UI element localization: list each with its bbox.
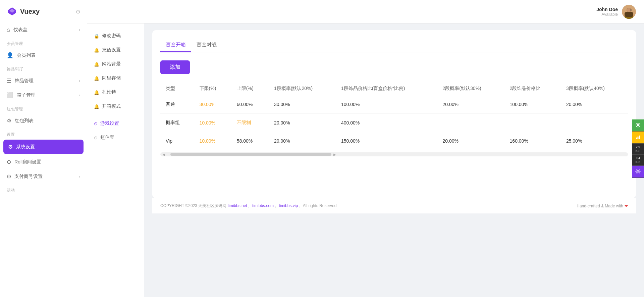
sub-label-ali: 阿里存储 [102,75,121,81]
bell-icon-5: 🔔 [94,104,99,109]
user-name: John Doe [596,7,618,12]
svg-rect-6 [625,12,633,17]
col-header-s1price: 1段饰品价格比(盲盒价格*比例) [336,82,437,95]
tab-blind-box-battle[interactable]: 盲盒对战 [191,38,222,52]
footer-link-2[interactable]: timibbs.com [252,203,274,208]
cell-1-stage2_price [504,114,561,132]
user-status: Available [596,12,618,17]
settings-gear-icon: ⚙ [8,144,13,150]
sidebar: Vuexy ⊙ ⌂ 仪表盘 › 会员管理 👤 会员列表 饰品/箱子 ☰ 饰品管理… [0,0,87,297]
lock-icon: 🔒 [94,34,99,39]
tabs-bar: 盲盒开箱 盲盒对战 [160,38,628,52]
sidebar-item-system-settings[interactable]: ⚙ 系统设置 [3,140,84,154]
circle-icon: ⊙ [7,159,11,165]
logo-area: Vuexy ⊙ [0,0,87,23]
list-icon: ☰ [7,78,11,84]
heart-icon: ❤ [625,204,628,208]
bell-icon-3: 🔔 [94,76,99,81]
sidebar-toggle-icon[interactable]: ⊙ [76,8,80,15]
data-table: 类型 下限(%) 上限(%) 1段概率(默认20%) 1段饰品价格比(盲盒价格*… [160,82,628,150]
tab-blind-box-open[interactable]: 盲盒开箱 [160,38,191,52]
col-header-s1p: 1段概率(默认20%) [269,82,336,95]
bell-icon-4: 🔔 [94,90,99,95]
sub-item-game-settings[interactable]: ⊙ 游戏设置 [87,116,144,131]
horizontal-scrollbar[interactable]: ◀ ▶ [160,152,628,156]
content-card: 盲盒开箱 盲盒对战 添加 类型 下限(%) [152,30,636,198]
cell-0-type: 普通 [160,95,194,114]
sidebar-item-member-list[interactable]: 👤 会员列表 [0,48,87,62]
sub-item-recharge[interactable]: 🔔 充值设置 [87,43,144,57]
cell-1-stage2_prob [437,114,504,132]
cell-1-stage3_prob [561,114,628,132]
svg-point-7 [630,9,632,11]
section-label-member: 会员管理 [0,37,87,48]
sub-item-change-password[interactable]: 🔒 修改密码 [87,29,144,43]
cell-1-type: 概率组 [160,114,194,132]
footer-right: Hand-crafted & Made with ❤ [577,204,628,208]
cell-0-upper_limit: 60.00% [231,95,269,114]
float-settings-button[interactable] [632,166,644,178]
sidebar-item-payment[interactable]: ⊙ 支付商号设置 › [0,169,87,184]
float-green-indicator[interactable] [632,119,644,131]
col-header-upper: 上限(%) [231,82,269,95]
brand-logo-icon [7,6,17,17]
chevron-right-icon-2: › [79,79,80,83]
section-label-settings: 设置 [0,128,87,139]
col-header-s3p: 3段概率(默认40%) [561,82,628,95]
add-button[interactable]: 添加 [160,60,190,74]
sidebar-item-roll[interactable]: ⊙ Roll房间设置 [0,155,87,169]
main-wrapper: John Doe Available 🔒 修改密码 [87,0,644,297]
sidebar-item-ornament[interactable]: ☰ 饰品管理 › [0,73,87,88]
svg-point-13 [637,171,639,172]
table-row: 概率组10.00%不限制20.00%400.00% [160,114,628,132]
sub-item-ali[interactable]: 🔔 阿里存储 [87,71,144,85]
sub-item-zhabi[interactable]: 🔔 扎比特 [87,85,144,99]
cell-2-type: Vip [160,132,194,150]
sidebar-label-box: 箱子管理 [17,92,75,98]
sidebar-item-box[interactable]: ⬜ 箱子管理 › [0,88,87,102]
circle-icon-2: ⊙ [94,121,98,126]
cell-0-stage2_price: 100.00% [504,95,561,114]
cell-1-upper_limit: 不限制 [231,114,269,132]
sidebar-item-redpacket[interactable]: ⚙ 红包列表 [0,113,87,128]
sidebar-label-dashboard: 仪表盘 [13,27,75,33]
user-info: John Doe Available [596,5,636,19]
section-label-ornament: 饰品/箱子 [0,62,87,73]
upload-speed: 2.9 K/S [632,143,644,154]
scroll-thumb[interactable] [170,153,331,156]
footer: COPYRIGHT ©2023 天美社区源码网 timibbs.net、 tim… [152,198,636,213]
box-icon: ⬜ [7,92,13,98]
sub-label-website-bg: 网站背景 [102,61,121,67]
float-gear-icon [635,169,641,174]
sub-item-website-bg[interactable]: 🔔 网站背景 [87,57,144,71]
sub-label-recharge: 充值设置 [102,47,121,53]
scroll-right-arrow[interactable]: ▶ [331,153,338,156]
sidebar-item-dashboard[interactable]: ⌂ 仪表盘 › [0,23,87,37]
scroll-left-arrow[interactable]: ◀ [160,153,167,156]
top-bar: John Doe Available [87,0,644,23]
svg-rect-12 [639,136,640,139]
user-text-area: John Doe Available [596,7,618,17]
sub-label-zhabi: 扎比特 [102,89,116,95]
sub-item-open-mode[interactable]: 🔔 开箱模式 [87,99,144,113]
float-yellow-indicator[interactable] [632,131,644,143]
col-header-s2price: 2段饰品价格比 [504,82,561,95]
sub-sidebar: 🔒 修改密码 🔔 充值设置 🔔 网站背景 🔔 阿里存储 🔔 扎比特 🔔 [87,23,144,297]
chevron-right-icon-4: › [79,174,80,179]
svg-rect-11 [638,137,639,139]
brand-name: Vuexy [20,8,40,15]
table-scroll-wrapper: 类型 下限(%) 上限(%) 1段概率(默认20%) 1段饰品价格比(盲盒价格*… [160,82,628,156]
footer-link-1[interactable]: timibbs.net [228,203,247,208]
sub-label-sms: 短信宝 [100,135,114,141]
footer-link-3[interactable]: timibbs.vip [279,203,298,208]
table-header-row: 类型 下限(%) 上限(%) 1段概率(默认20%) 1段饰品价格比(盲盒价格*… [160,82,628,95]
download-speed: 9.4 K/S [632,155,644,166]
cell-0-stage2_prob: 20.00% [437,95,504,114]
copyright-text: COPYRIGHT ©2023 天美社区源码网 [160,203,226,208]
avatar[interactable] [622,5,636,19]
cell-0-stage1_prob: 30.00% [269,95,336,114]
person-icon: 👤 [7,52,13,58]
sub-item-sms[interactable]: ⊙ 短信宝 [87,131,144,145]
cell-2-upper_limit: 58.00% [231,132,269,150]
gear-icon: ⚙ [7,117,11,124]
